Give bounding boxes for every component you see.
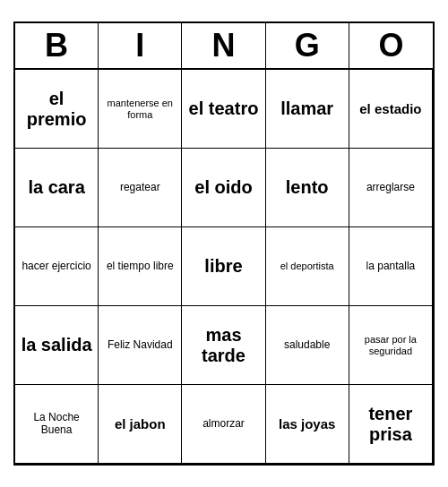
cell-text: la salida <box>22 335 92 355</box>
bingo-cell: lento <box>266 149 349 227</box>
cell-text: almorzar <box>202 418 245 431</box>
cell-text: tener prisa <box>353 404 428 445</box>
bingo-cell: arreglarse <box>349 149 433 227</box>
bingo-cell: La Noche Buena <box>15 385 99 464</box>
cell-text: el estadio <box>359 101 421 116</box>
cell-text: hacer ejercicio <box>22 261 90 273</box>
cell-text: llamar <box>280 98 333 119</box>
bingo-cell: el oido <box>182 149 265 227</box>
cell-text: mas tarde <box>185 325 261 366</box>
bingo-cell: tener prisa <box>349 385 433 464</box>
cell-text: Feliz Navidad <box>108 339 173 352</box>
bingo-cell: la salida <box>15 306 99 385</box>
bingo-cell: llamar <box>266 70 349 149</box>
cell-text: regatear <box>120 182 160 194</box>
bingo-cell: la cara <box>15 149 99 227</box>
cell-text: la cara <box>28 177 84 198</box>
bingo-cell: el premio <box>15 70 99 149</box>
bingo-cell: el estadio <box>349 70 433 149</box>
bingo-grid: el premiomantenerse en formael teatrolla… <box>15 70 433 464</box>
cell-text: el premio <box>19 89 94 130</box>
bingo-header: BINGO <box>15 23 433 70</box>
cell-text: el tiempo libre <box>107 261 174 273</box>
cell-text: el teatro <box>189 98 259 119</box>
bingo-cell: mas tarde <box>182 306 265 385</box>
cell-text: el oido <box>194 177 252 198</box>
cell-text: La Noche Buena <box>19 412 94 437</box>
bingo-cell: el teatro <box>182 70 265 149</box>
bingo-cell: el jabon <box>99 385 182 464</box>
bingo-cell: mantenerse en forma <box>99 70 182 149</box>
header-letter: I <box>99 23 182 68</box>
cell-text: libre <box>204 256 242 277</box>
cell-text: el deportista <box>280 261 334 272</box>
bingo-card: BINGO el premiomantenerse en formael tea… <box>13 21 435 466</box>
bingo-cell: regatear <box>99 149 182 227</box>
cell-text: la pantalla <box>366 261 416 273</box>
header-letter: N <box>182 23 265 68</box>
bingo-cell: hacer ejercicio <box>15 227 99 306</box>
header-letter: B <box>15 23 99 68</box>
bingo-cell: la pantalla <box>349 227 433 306</box>
cell-text: el jabon <box>115 416 166 431</box>
cell-text: lento <box>286 177 329 198</box>
bingo-cell: almorzar <box>182 385 265 464</box>
cell-text: las joyas <box>279 416 335 431</box>
cell-text: arreglarse <box>366 182 415 194</box>
cell-text: saludable <box>284 339 330 352</box>
bingo-cell: Feliz Navidad <box>99 306 182 385</box>
cell-text: pasar por la seguridad <box>353 334 428 356</box>
bingo-cell: las joyas <box>266 385 349 464</box>
bingo-cell: el deportista <box>266 227 349 306</box>
header-letter: G <box>266 23 349 68</box>
bingo-cell: pasar por la seguridad <box>349 306 433 385</box>
cell-text: mantenerse en forma <box>102 98 177 120</box>
bingo-cell: libre <box>182 227 265 306</box>
bingo-cell: saludable <box>266 306 349 385</box>
header-letter: O <box>349 23 433 68</box>
bingo-cell: el tiempo libre <box>99 227 182 306</box>
